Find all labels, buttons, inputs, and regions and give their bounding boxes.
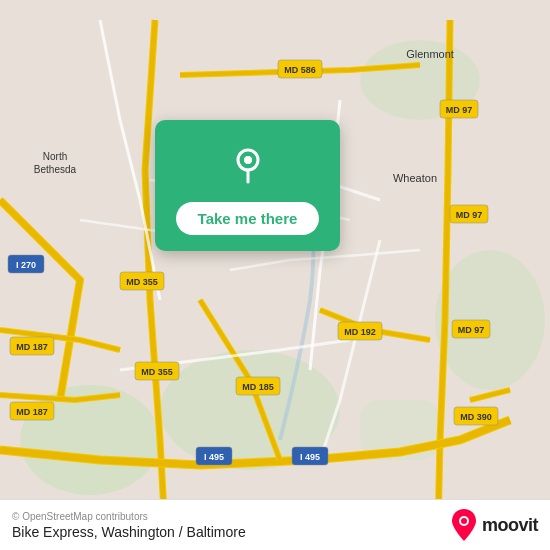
attribution-text: © OpenStreetMap contributors [12, 511, 246, 522]
svg-text:MD 97: MD 97 [446, 105, 473, 115]
location-pin-icon [222, 138, 274, 190]
svg-text:I 270: I 270 [16, 260, 36, 270]
svg-text:MD 390: MD 390 [460, 412, 492, 422]
svg-text:MD 586: MD 586 [284, 65, 316, 75]
svg-text:MD 192: MD 192 [344, 327, 376, 337]
svg-text:Glenmont: Glenmont [406, 48, 454, 60]
moovit-pin-icon [450, 508, 478, 542]
svg-text:MD 355: MD 355 [141, 367, 173, 377]
svg-point-4 [435, 250, 545, 390]
svg-text:I 495: I 495 [300, 452, 320, 462]
bottom-info: © OpenStreetMap contributors Bike Expres… [12, 511, 246, 540]
svg-text:Wheaton: Wheaton [393, 172, 437, 184]
moovit-brand-text: moovit [482, 515, 538, 536]
svg-text:MD 97: MD 97 [458, 325, 485, 335]
moovit-logo: moovit [450, 508, 538, 542]
place-name: Bike Express, Washington / Baltimore [12, 524, 246, 540]
svg-text:North: North [43, 151, 67, 162]
take-me-there-button[interactable]: Take me there [176, 202, 320, 235]
svg-point-42 [461, 518, 467, 524]
svg-point-1 [20, 385, 160, 495]
bottom-bar: © OpenStreetMap contributors Bike Expres… [0, 499, 550, 550]
svg-text:MD 355: MD 355 [126, 277, 158, 287]
svg-text:MD 185: MD 185 [242, 382, 274, 392]
map-container: MD 586 MD 97 MD 97 MD 97 MD 355 MD 355 M… [0, 0, 550, 550]
svg-text:Bethesda: Bethesda [34, 164, 77, 175]
svg-point-40 [244, 156, 252, 164]
svg-text:MD 97: MD 97 [456, 210, 483, 220]
svg-text:MD 187: MD 187 [16, 407, 48, 417]
map-svg: MD 586 MD 97 MD 97 MD 97 MD 355 MD 355 M… [0, 0, 550, 550]
svg-text:I 495: I 495 [204, 452, 224, 462]
location-card: Take me there [155, 120, 340, 251]
svg-text:MD 187: MD 187 [16, 342, 48, 352]
